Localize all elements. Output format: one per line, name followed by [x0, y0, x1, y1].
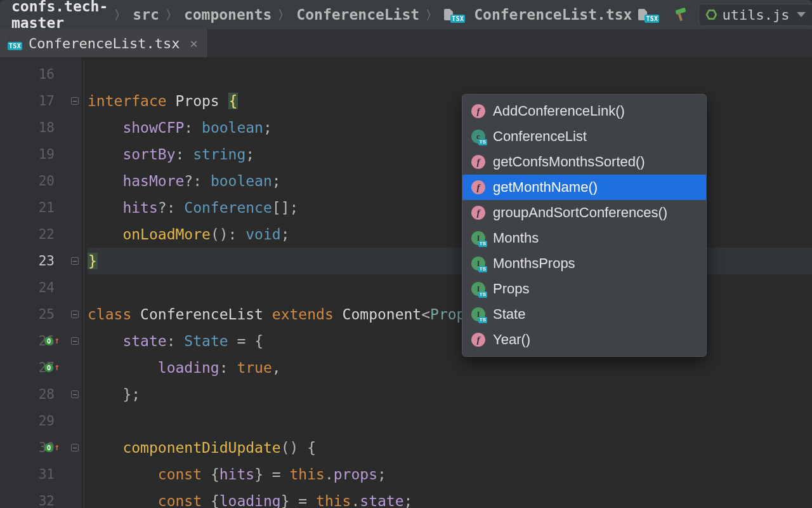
- function-icon: [471, 180, 485, 194]
- run-config-label: utils.js: [722, 7, 789, 23]
- breadcrumb-file[interactable]: ConferenceList.tsx: [474, 6, 632, 23]
- function-icon: [471, 206, 485, 220]
- class-icon: TS: [471, 130, 485, 144]
- interface-icon: TS: [471, 231, 485, 245]
- close-icon[interactable]: ✕: [190, 36, 197, 51]
- indent-guide: [84, 61, 84, 508]
- structure-item[interactable]: TSProps: [462, 276, 706, 302]
- chevron-down-icon: [797, 12, 806, 17]
- line-number: 21: [0, 194, 69, 221]
- structure-item[interactable]: Year(): [462, 327, 706, 352]
- fold-handle: [69, 221, 81, 248]
- fold-handle: [69, 168, 81, 194]
- line-number: 18: [0, 114, 69, 141]
- code-line[interactable]: const {hits} = this.props;: [88, 461, 812, 488]
- breadcrumb-segment[interactable]: ConferenceList: [296, 6, 419, 23]
- line-number: 19: [0, 141, 69, 168]
- fold-handle: [69, 274, 81, 301]
- fold-handle: [69, 408, 81, 434]
- line-number-gutter: 1617181920212223242526O↑27O↑282930O↑3132: [0, 57, 69, 508]
- line-number: 17: [0, 88, 69, 114]
- fold-handle[interactable]: [69, 381, 81, 408]
- breadcrumb-project[interactable]: confs.tech-master: [11, 0, 108, 31]
- override-marker-icon[interactable]: O↑: [44, 442, 60, 453]
- structure-item-label: Year(): [493, 331, 530, 348]
- structure-item-label: AddConferenceLink(): [493, 103, 625, 119]
- fold-handle: [69, 354, 81, 381]
- structure-item[interactable]: groupAndSortConferences(): [462, 200, 706, 225]
- fold-handle[interactable]: [69, 434, 81, 461]
- function-icon: [471, 104, 485, 118]
- line-number: 25: [0, 301, 69, 328]
- editor-tab-bar: TSX ConferenceList.tsx ✕: [0, 29, 812, 57]
- fold-handle[interactable]: [69, 248, 81, 274]
- override-marker-icon[interactable]: O↑: [44, 362, 60, 373]
- structure-item-label: getConfsMonthsSorted(): [493, 154, 645, 170]
- structure-item[interactable]: TSState: [462, 302, 706, 327]
- file-structure-nav-icon[interactable]: TSX: [638, 9, 662, 20]
- interface-icon: TS: [471, 257, 485, 271]
- fold-handle: [69, 61, 81, 88]
- structure-item-label: Props: [493, 281, 529, 297]
- code-line[interactable]: };: [88, 381, 812, 408]
- structure-item[interactable]: getConfsMonthsSorted(): [462, 149, 706, 175]
- fold-handle[interactable]: [69, 301, 81, 328]
- build-icon[interactable]: [673, 8, 687, 22]
- structure-item[interactable]: getMonthName(): [462, 175, 706, 200]
- line-number: 30O↑: [0, 434, 69, 461]
- breadcrumb-segment[interactable]: components: [184, 6, 272, 23]
- breadcrumb-bar: confs.tech-master 〉 src 〉 components 〉 C…: [0, 0, 812, 29]
- function-icon: [471, 155, 485, 169]
- fold-handle[interactable]: [69, 328, 81, 354]
- code-editor[interactable]: 1617181920212223242526O↑27O↑282930O↑3132…: [0, 57, 812, 508]
- structure-item[interactable]: TSMonths: [462, 225, 706, 251]
- function-icon: [471, 333, 485, 347]
- code-line[interactable]: [88, 61, 812, 88]
- structure-item-label: getMonthName(): [493, 179, 598, 196]
- structure-item-label: Months: [493, 230, 539, 246]
- line-number: 31: [0, 461, 69, 488]
- fold-handle: [69, 488, 81, 508]
- line-number: 20: [0, 168, 69, 194]
- run-config-selector[interactable]: utils.js: [698, 4, 812, 26]
- structure-item-label: groupAndSortConferences(): [493, 204, 667, 221]
- line-number: 22: [0, 221, 69, 248]
- structure-item-label: ConferenceList: [493, 128, 587, 145]
- code-line[interactable]: const {loading} = this.state;: [88, 488, 812, 508]
- structure-item[interactable]: TSMonthsProps: [462, 251, 706, 276]
- code-line[interactable]: [88, 408, 812, 434]
- nodejs-icon: [705, 9, 717, 20]
- fold-handle[interactable]: [69, 88, 81, 114]
- editor-tab[interactable]: TSX ConferenceList.tsx ✕: [0, 29, 208, 57]
- structure-item-label: State: [493, 306, 525, 323]
- chevron-right-icon: 〉: [166, 7, 178, 23]
- tsx-file-icon: TSX: [444, 9, 465, 20]
- line-number: 23: [0, 248, 69, 274]
- line-number: 27O↑: [0, 354, 69, 381]
- override-marker-icon[interactable]: O↑: [44, 335, 60, 347]
- structure-item[interactable]: AddConferenceLink(): [462, 98, 706, 124]
- line-number: 24: [0, 274, 69, 301]
- interface-icon: TS: [471, 282, 485, 296]
- line-number: 16: [0, 61, 69, 88]
- interface-icon: TS: [471, 307, 485, 321]
- fold-handle: [69, 114, 81, 141]
- code-line[interactable]: componentDidUpdate() {: [88, 434, 812, 461]
- line-number: 26O↑: [0, 328, 69, 354]
- file-structure-popup[interactable]: AddConferenceLink()TSConferenceListgetCo…: [462, 94, 707, 357]
- chevron-right-icon: 〉: [278, 7, 290, 23]
- line-number: 32: [0, 488, 69, 508]
- chevron-right-icon: 〉: [114, 7, 126, 23]
- code-line[interactable]: loading: true,: [88, 354, 812, 381]
- fold-handle: [69, 194, 81, 221]
- structure-item[interactable]: TSConferenceList: [462, 124, 706, 149]
- breadcrumb-segment[interactable]: src: [133, 6, 159, 23]
- tsx-file-icon: TSX: [10, 36, 22, 51]
- line-number: 29: [0, 408, 69, 434]
- fold-gutter: [69, 57, 81, 508]
- structure-item-label: MonthsProps: [493, 255, 575, 272]
- line-number: 28: [0, 381, 69, 408]
- fold-handle: [69, 461, 81, 488]
- tab-title: ConferenceList.tsx: [29, 36, 180, 51]
- fold-handle: [69, 141, 81, 168]
